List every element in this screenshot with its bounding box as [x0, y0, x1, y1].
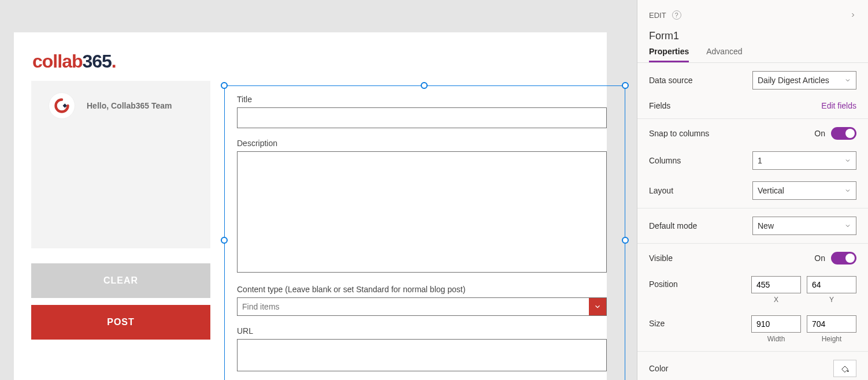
position-x-sublabel: X — [751, 296, 801, 304]
content-type-label: Content type (Leave blank or set Standar… — [237, 285, 613, 294]
edit-fields-link[interactable]: Edit fields — [821, 101, 856, 110]
chevron-down-icon — [844, 77, 851, 84]
fields-label: Fields — [649, 101, 821, 110]
svg-rect-0 — [63, 103, 67, 107]
data-source-value: Daily Digest Articles — [758, 76, 829, 85]
chevron-down-icon — [593, 303, 602, 311]
help-icon[interactable]: ? — [672, 10, 681, 20]
layout-label: Layout — [649, 186, 752, 195]
resize-handle-top-right[interactable] — [622, 82, 629, 89]
snap-value: On — [814, 129, 825, 138]
tab-advanced[interactable]: Advanced — [706, 47, 742, 62]
default-mode-label: Default mode — [649, 221, 752, 230]
paint-bucket-icon — [840, 364, 850, 373]
content-type-dropdown-button[interactable] — [589, 298, 606, 315]
url-label: URL — [237, 326, 613, 336]
size-width-input[interactable] — [751, 315, 801, 333]
resize-handle-top-middle[interactable] — [421, 82, 428, 89]
clear-button-label: CLEAR — [103, 275, 138, 286]
columns-label: Columns — [649, 156, 752, 165]
content-type-combobox[interactable] — [237, 297, 607, 316]
description-label: Description — [237, 139, 613, 148]
color-label: Color — [649, 364, 833, 373]
pane-edit-label: EDIT — [649, 11, 666, 20]
description-input[interactable] — [237, 151, 607, 273]
chevron-down-icon — [844, 187, 851, 194]
visible-toggle[interactable] — [831, 252, 856, 264]
size-label: Size — [649, 315, 751, 328]
size-height-input[interactable] — [807, 315, 856, 333]
layout-value: Vertical — [758, 186, 784, 195]
pane-tabs: Properties Advanced — [637, 44, 868, 63]
data-source-dropdown[interactable]: Daily Digest Articles — [752, 71, 856, 90]
selected-object-name: Form1 — [637, 30, 868, 44]
data-source-label: Data source — [649, 76, 752, 85]
post-button[interactable]: POST — [31, 305, 210, 340]
post-button-label: POST — [107, 317, 135, 327]
chevron-down-icon — [844, 222, 851, 229]
greeting-text: Hello, Collab365 Team — [87, 101, 172, 110]
brand-avatar-icon — [49, 92, 75, 119]
logo-part1: collab — [32, 51, 82, 72]
snap-toggle[interactable] — [831, 127, 856, 140]
resize-handle-middle-right[interactable] — [622, 237, 629, 244]
position-label: Position — [649, 276, 751, 289]
resize-handle-top-left[interactable] — [221, 82, 228, 89]
clear-button[interactable]: CLEAR — [31, 263, 210, 298]
default-mode-value: New — [758, 221, 774, 230]
visible-label: Visible — [649, 254, 814, 263]
pane-header: EDIT ? — [637, 0, 868, 30]
resize-handle-middle-left[interactable] — [221, 237, 228, 244]
tab-properties[interactable]: Properties — [649, 47, 689, 62]
color-picker-button[interactable] — [833, 360, 856, 377]
columns-dropdown[interactable]: 1 — [752, 151, 856, 170]
snap-label: Snap to columns — [649, 129, 814, 138]
visible-value: On — [814, 254, 825, 263]
position-y-input[interactable] — [807, 276, 856, 293]
chevron-down-icon — [844, 157, 851, 164]
svg-point-1 — [847, 370, 849, 372]
greeting-card: Hello, Collab365 Team — [31, 81, 210, 248]
canvas-stage: collab365. Hello, Collab365 Team CLEAR P… — [0, 0, 637, 380]
logo-part2: 365 — [82, 51, 111, 72]
size-width-sublabel: Width — [751, 335, 801, 343]
layout-dropdown[interactable]: Vertical — [752, 181, 856, 200]
logo-dot: . — [112, 51, 116, 72]
url-input[interactable] — [237, 339, 607, 371]
title-label: Title — [237, 95, 613, 104]
app-canvas: collab365. Hello, Collab365 Team CLEAR P… — [14, 32, 607, 380]
content-type-input[interactable] — [238, 298, 589, 315]
default-mode-dropdown[interactable]: New — [752, 217, 856, 235]
form-body: Title Description Content type (Leave bl… — [237, 95, 613, 380]
columns-value: 1 — [758, 156, 762, 165]
position-x-input[interactable] — [751, 276, 801, 293]
size-height-sublabel: Height — [807, 335, 856, 343]
properties-pane: EDIT ? Form1 Properties Advanced Data so… — [637, 0, 868, 380]
position-y-sublabel: Y — [807, 296, 856, 304]
chevron-right-icon[interactable] — [850, 12, 856, 18]
app-logo: collab365. — [32, 51, 116, 72]
title-input[interactable] — [237, 107, 607, 128]
